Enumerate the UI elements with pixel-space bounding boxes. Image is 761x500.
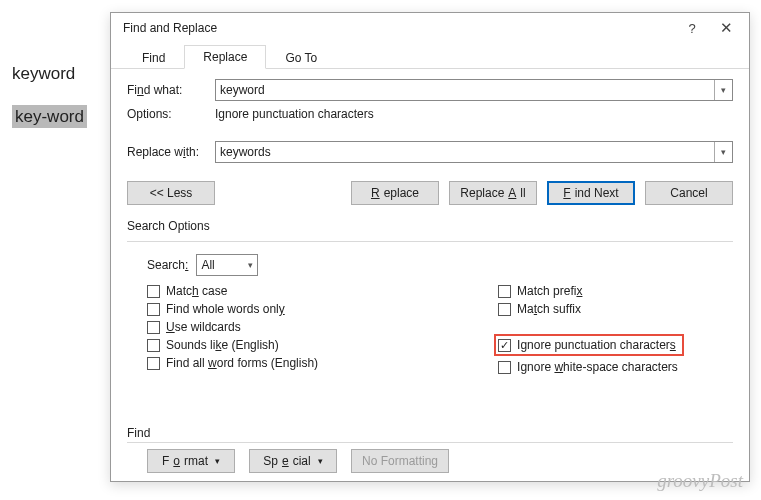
check-whole-words[interactable]: Find whole words only [147,302,318,316]
check-match-case[interactable]: Match case [147,284,318,298]
check-match-prefix[interactable]: Match prefix [498,284,684,298]
find-group-label: Find [127,426,733,440]
check-wildcards[interactable]: Use wildcards [147,320,318,334]
watermark: groovyPost [657,470,743,492]
check-ignore-whitespace[interactable]: Ignore white-space characters [498,360,684,374]
find-what-label: Find what: [127,83,205,97]
check-word-forms[interactable]: Find all word forms (English) [147,356,318,370]
close-button[interactable]: ✕ [709,14,743,42]
replace-with-value: keywords [220,145,271,159]
special-button[interactable]: Special [249,449,337,473]
search-direction-label: Search: [147,258,188,272]
replace-all-button[interactable]: Replace All [449,181,537,205]
cancel-button[interactable]: Cancel [645,181,733,205]
highlight-ignore-punctuation: Ignore punctuation characters [494,334,684,356]
less-button[interactable]: << Less [127,181,215,205]
find-next-button[interactable]: Find Next [547,181,635,205]
dialog-titlebar: Find and Replace ? ✕ [111,13,749,43]
chevron-down-icon: ▾ [248,260,253,270]
check-sounds-like[interactable]: Sounds like (English) [147,338,318,352]
search-options-label: Search Options [127,219,733,233]
divider [127,442,733,443]
tab-goto[interactable]: Go To [266,46,336,69]
replace-button[interactable]: Replace [351,181,439,205]
format-button[interactable]: Format [147,449,235,473]
check-match-suffix[interactable]: Match suffix [498,302,684,316]
divider [127,241,733,242]
dialog-title: Find and Replace [123,21,217,35]
find-replace-dialog: Find and Replace ? ✕ Find Replace Go To … [110,12,750,482]
check-ignore-punctuation[interactable]: Ignore punctuation characters [498,338,676,352]
document-body: keyword key-word [12,55,87,136]
search-direction-select[interactable]: All ▾ [196,254,258,276]
search-direction-value: All [201,258,214,272]
tab-strip: Find Replace Go To [111,43,749,69]
help-button[interactable]: ? [675,14,709,42]
replace-with-input[interactable]: keywords ▾ [215,141,733,163]
dropdown-caret-icon[interactable]: ▾ [714,142,732,162]
options-label: Options: [127,107,205,121]
tab-find[interactable]: Find [123,46,184,69]
tab-replace[interactable]: Replace [184,45,266,69]
doc-word-2-highlighted: key-word [12,105,87,128]
dropdown-caret-icon[interactable]: ▾ [714,80,732,100]
options-text: Ignore punctuation characters [215,107,374,121]
find-what-input[interactable]: keyword ▾ [215,79,733,101]
replace-with-label: Replace with: [127,145,205,159]
no-formatting-button: No Formatting [351,449,449,473]
doc-word-1: keyword [12,55,87,92]
find-what-value: keyword [220,83,265,97]
